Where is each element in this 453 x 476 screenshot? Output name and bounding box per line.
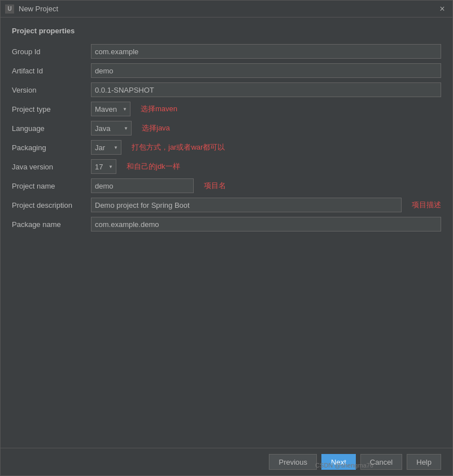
artifact-id-input[interactable] xyxy=(91,63,441,78)
close-button[interactable]: × xyxy=(437,3,448,15)
package-name-input[interactable] xyxy=(91,217,441,232)
section-title: Project properties xyxy=(12,27,441,35)
packaging-row: Jar War 打包方式，jar或者war都可以 xyxy=(91,140,441,155)
artifact-id-row xyxy=(91,63,441,78)
java-version-row: 17 11 8 和自己的jdk一样 xyxy=(91,159,441,174)
project-type-row: Maven Gradle 选择maven xyxy=(91,102,441,116)
language-label: Language xyxy=(12,124,91,133)
packaging-annotation: 打包方式，jar或者war都可以 xyxy=(132,142,225,152)
packaging-select[interactable]: Jar War xyxy=(91,140,121,155)
project-type-select[interactable]: Maven Gradle xyxy=(91,102,130,116)
dialog-content: Project properties Group Id Artifact Id … xyxy=(1,18,452,448)
language-select-wrapper: Java Kotlin Groovy xyxy=(91,121,132,136)
project-name-input[interactable] xyxy=(91,178,194,193)
packaging-label: Packaging xyxy=(12,143,91,152)
project-description-annotation: 项目描述 xyxy=(412,200,441,210)
project-description-label: Project description xyxy=(12,201,91,209)
app-icon: U xyxy=(5,5,14,14)
dialog-footer: Previous Next Cancel Help xyxy=(1,448,452,475)
project-name-label: Project name xyxy=(12,182,91,190)
project-type-annotation: 选择maven xyxy=(141,104,177,114)
project-name-annotation: 项目名 xyxy=(204,181,226,191)
watermark: CSDN @shengma76 xyxy=(315,462,373,469)
project-name-row: 项目名 xyxy=(91,178,441,193)
title-bar: U New Project × xyxy=(1,1,452,18)
version-row xyxy=(91,82,441,97)
java-version-select[interactable]: 17 11 8 xyxy=(91,159,116,174)
language-select[interactable]: Java Kotlin Groovy xyxy=(91,121,132,136)
language-row: Java Kotlin Groovy 选择java xyxy=(91,121,441,136)
java-version-annotation: 和自己的jdk一样 xyxy=(127,161,180,172)
project-type-select-wrapper: Maven Gradle xyxy=(91,102,130,116)
new-project-dialog: U New Project × Project properties Group… xyxy=(0,0,453,476)
project-description-row: 项目描述 xyxy=(91,198,441,212)
window-title: New Project xyxy=(19,5,437,13)
java-version-label: Java version xyxy=(12,163,91,171)
java-version-select-wrapper: 17 11 8 xyxy=(91,159,116,174)
form-grid: Group Id Artifact Id Version Project typ… xyxy=(12,44,441,232)
project-type-label: Project type xyxy=(12,105,91,113)
packaging-select-wrapper: Jar War xyxy=(91,140,121,155)
previous-button[interactable]: Previous xyxy=(269,454,317,470)
package-name-label: Package name xyxy=(12,220,91,229)
language-annotation: 选择java xyxy=(142,123,170,133)
group-id-label: Group Id xyxy=(12,47,91,56)
artifact-id-label: Artifact Id xyxy=(12,67,91,75)
help-button[interactable]: Help xyxy=(407,454,441,470)
version-input[interactable] xyxy=(91,82,441,97)
group-id-row xyxy=(91,44,441,59)
group-id-input[interactable] xyxy=(91,44,441,59)
package-name-row xyxy=(91,217,441,232)
project-description-input[interactable] xyxy=(91,198,402,212)
version-label: Version xyxy=(12,86,91,94)
